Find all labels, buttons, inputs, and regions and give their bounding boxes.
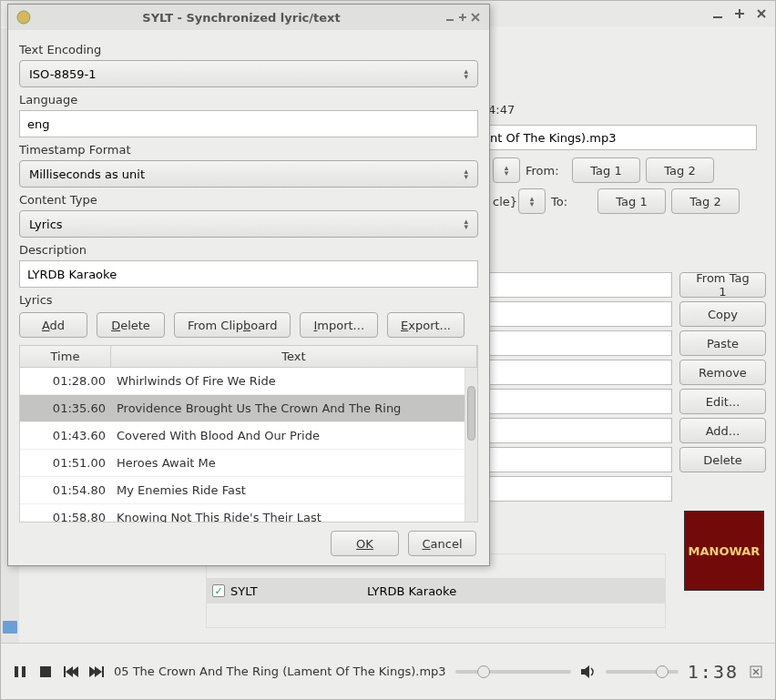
chevron-updown-icon: ▴▾ <box>464 168 468 179</box>
lyrics-delete-button[interactable]: Delete <box>97 312 165 338</box>
timestamp-format-value: Milliseconds as unit <box>29 167 145 181</box>
cell-time: 01:58.80 <box>20 511 111 522</box>
timestamp-format-label: Timestamp Format <box>19 143 478 157</box>
language-label: Language <box>19 93 478 107</box>
seek-slider[interactable] <box>455 670 571 674</box>
time-display: 1:38 <box>688 661 739 683</box>
cell-text: Knowing Not This Ride's Their Last <box>111 511 477 522</box>
table-row[interactable]: 01:28.00Whirlwinds Of Fire We Ride <box>20 368 477 395</box>
edit-button[interactable]: Edit... <box>679 389 766 414</box>
chevron-updown-icon: ▴▾ <box>464 218 468 229</box>
cell-text: Providence Brought Us The Crown And The … <box>111 401 477 415</box>
pause-icon[interactable] <box>12 664 28 680</box>
dialog-maximize-icon[interactable] <box>456 11 469 24</box>
cell-time: 01:28.00 <box>20 374 111 388</box>
svg-rect-7 <box>40 666 51 677</box>
volume-icon[interactable] <box>580 664 597 680</box>
remove-button[interactable]: Remove <box>679 360 766 385</box>
table-row[interactable]: 01:35.60Providence Brought Us The Crown … <box>20 395 477 422</box>
from-clipboard-button[interactable]: From Clipboard <box>174 312 291 338</box>
col-text[interactable]: Text <box>111 346 477 367</box>
timestamp-format-combo[interactable]: Milliseconds as unit▴▾ <box>19 160 478 188</box>
table-row[interactable]: 01:54.80My Enemies Ride Fast <box>20 477 477 504</box>
import-button[interactable]: Import... <box>300 312 378 338</box>
cell-time: 01:54.80 <box>20 483 111 497</box>
volume-thumb[interactable] <box>656 665 669 678</box>
content-type-label: Content Type <box>19 193 478 207</box>
cell-text: My Enemies Ride Fast <box>111 483 477 497</box>
close-icon[interactable] <box>755 7 768 20</box>
table-row[interactable]: 01:51.00Heroes Await Me <box>20 450 477 477</box>
lyrics-add-button[interactable]: Add <box>19 312 87 338</box>
to-tag2-button[interactable]: Tag 2 <box>671 188 740 214</box>
sylt-dialog: SYLT - Synchronized lyric/text Text Enco… <box>7 4 490 566</box>
svg-rect-8 <box>64 666 66 677</box>
album-art: MANOWAR <box>684 511 764 591</box>
language-input[interactable] <box>19 110 478 137</box>
format-dropdown-2[interactable]: ▴▾ <box>518 188 546 214</box>
col-time[interactable]: Time <box>20 346 111 367</box>
cell-time: 01:43.60 <box>20 429 111 442</box>
album-art-text: MANOWAR <box>689 544 761 558</box>
scrollbar-thumb[interactable] <box>467 386 475 441</box>
cell-text: Covered With Blood And Our Pride <box>111 429 477 442</box>
cell-text: Whirlwinds Of Fire We Ride <box>111 374 477 388</box>
stop-icon[interactable] <box>37 664 54 680</box>
paste-button[interactable]: Paste <box>679 330 766 356</box>
chevron-updown-icon: ▴▾ <box>464 68 468 79</box>
from-tag1-button[interactable]: Tag 1 <box>572 157 640 183</box>
minimize-icon[interactable] <box>711 7 724 20</box>
dialog-close-icon[interactable] <box>469 11 482 24</box>
lyrics-table: Time Text 01:28.00Whirlwinds Of Fire We … <box>19 345 478 522</box>
now-playing-label: 05 The Crown And The Ring (Lament Of The… <box>114 664 446 678</box>
svg-marker-14 <box>581 665 589 678</box>
frame-name-cell: SYLT <box>230 584 258 598</box>
text-encoding-value: ISO-8859-1 <box>29 67 96 81</box>
text-encoding-label: Text Encoding <box>19 43 478 56</box>
from-tag2-button[interactable]: Tag 2 <box>646 157 714 183</box>
copy-button[interactable]: Copy <box>679 301 766 327</box>
description-label: Description <box>19 243 478 257</box>
volume-slider[interactable] <box>606 670 679 674</box>
ok-button[interactable]: OK <box>331 531 399 556</box>
maximize-icon[interactable] <box>733 7 746 20</box>
lyrics-label: Lyrics <box>19 293 478 307</box>
prev-track-icon[interactable] <box>63 664 79 680</box>
format-peek: cle} <box>493 195 513 208</box>
player-bar: 05 The Crown And The Ring (Lament Of The… <box>1 643 775 699</box>
table-row[interactable]: 01:58.80Knowing Not This Ride's Their La… <box>20 504 477 522</box>
dialog-title: SYLT - Synchronized lyric/text <box>39 11 444 25</box>
side-delete-button[interactable]: Delete <box>679 447 766 472</box>
seek-thumb[interactable] <box>477 665 490 678</box>
close-player-icon[interactable] <box>748 664 764 680</box>
app-icon <box>15 9 32 25</box>
filename-field[interactable] <box>484 125 757 150</box>
svg-rect-5 <box>15 666 18 677</box>
from-tag1-side-button[interactable]: From Tag 1 <box>679 272 766 298</box>
cancel-button[interactable]: Cancel <box>408 531 476 556</box>
text-encoding-combo[interactable]: ISO-8859-1▴▾ <box>19 60 478 87</box>
next-track-icon[interactable] <box>88 664 105 680</box>
add-button[interactable]: Add... <box>679 418 766 443</box>
dialog-titlebar[interactable]: SYLT - Synchronized lyric/text <box>8 5 489 30</box>
dialog-minimize-icon[interactable] <box>444 11 456 24</box>
table-row[interactable] <box>206 603 666 628</box>
cell-text: Heroes Await Me <box>111 456 477 470</box>
description-input[interactable] <box>19 260 478 288</box>
cell-time: 01:51.00 <box>20 456 111 470</box>
export-button[interactable]: Export... <box>387 312 465 338</box>
frame-value-cell: LYRDB Karaoke <box>362 584 665 598</box>
format-dropdown-1[interactable]: ▴▾ <box>493 157 520 183</box>
svg-point-18 <box>17 11 30 24</box>
svg-marker-12 <box>95 666 102 677</box>
ok-label: OK <box>356 537 373 551</box>
content-type-value: Lyrics <box>29 218 63 231</box>
table-row[interactable]: 01:43.60Covered With Blood And Our Pride <box>20 422 477 450</box>
checkbox-icon[interactable]: ✓ <box>212 584 225 597</box>
to-label: To: <box>551 195 592 208</box>
lyrics-scrollbar[interactable] <box>465 368 477 522</box>
table-row[interactable]: ✓ SYLT LYRDB Karaoke <box>206 578 666 604</box>
to-tag1-button[interactable]: Tag 1 <box>597 188 666 214</box>
from-label: From: <box>526 164 567 178</box>
content-type-combo[interactable]: Lyrics▴▾ <box>19 210 478 238</box>
